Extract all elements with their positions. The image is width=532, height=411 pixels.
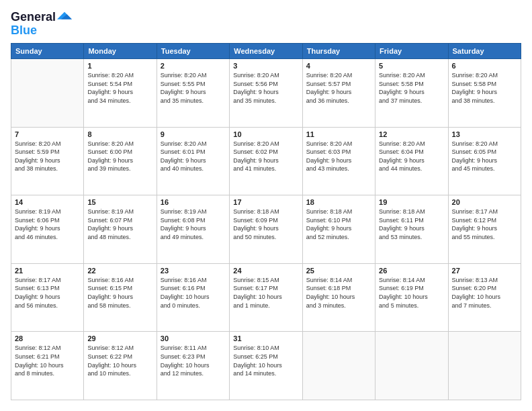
day-number: 4 — [306, 62, 371, 70]
day-cell: 29Sunrise: 8:12 AM Sunset: 6:22 PM Dayli… — [84, 332, 157, 400]
day-info: Sunrise: 8:14 AM Sunset: 6:18 PM Dayligh… — [306, 276, 371, 310]
weekday-sunday: Sunday — [11, 44, 84, 59]
day-cell: 25Sunrise: 8:14 AM Sunset: 6:18 PM Dayli… — [302, 263, 375, 332]
day-number: 10 — [233, 130, 298, 138]
day-cell: 1Sunrise: 8:20 AM Sunset: 5:54 PM Daylig… — [84, 59, 157, 128]
day-info: Sunrise: 8:10 AM Sunset: 6:25 PM Dayligh… — [233, 344, 298, 377]
day-info: Sunrise: 8:19 AM Sunset: 6:06 PM Dayligh… — [15, 208, 80, 241]
day-cell: 7Sunrise: 8:20 AM Sunset: 5:59 PM Daylig… — [11, 127, 84, 195]
day-info: Sunrise: 8:20 AM Sunset: 5:54 PM Dayligh… — [87, 71, 152, 105]
day-cell: 22Sunrise: 8:16 AM Sunset: 6:15 PM Dayli… — [84, 263, 157, 332]
day-number: 6 — [452, 62, 517, 70]
day-cell — [375, 332, 448, 400]
day-info: Sunrise: 8:20 AM Sunset: 6:04 PM Dayligh… — [379, 140, 444, 173]
day-cell: 24Sunrise: 8:15 AM Sunset: 6:17 PM Dayli… — [230, 263, 302, 332]
logo-icon — [57, 9, 72, 24]
day-info: Sunrise: 8:11 AM Sunset: 6:23 PM Dayligh… — [161, 344, 226, 377]
weekday-wednesday: Wednesday — [230, 44, 302, 59]
day-cell: 5Sunrise: 8:20 AM Sunset: 5:58 PM Daylig… — [375, 59, 448, 128]
day-info: Sunrise: 8:18 AM Sunset: 6:11 PM Dayligh… — [379, 208, 444, 241]
weekday-monday: Monday — [84, 44, 157, 59]
day-info: Sunrise: 8:20 AM Sunset: 5:57 PM Dayligh… — [306, 71, 371, 105]
day-number: 29 — [87, 334, 152, 342]
day-cell: 13Sunrise: 8:20 AM Sunset: 6:05 PM Dayli… — [448, 127, 521, 195]
day-number: 24 — [233, 267, 298, 275]
day-cell: 14Sunrise: 8:19 AM Sunset: 6:06 PM Dayli… — [11, 195, 84, 264]
day-cell: 9Sunrise: 8:20 AM Sunset: 6:01 PM Daylig… — [157, 127, 229, 195]
day-info: Sunrise: 8:16 AM Sunset: 6:16 PM Dayligh… — [161, 276, 226, 310]
day-number: 8 — [87, 130, 152, 138]
day-number: 3 — [233, 62, 298, 70]
day-info: Sunrise: 8:19 AM Sunset: 6:08 PM Dayligh… — [161, 208, 226, 241]
week-row-1: 7Sunrise: 8:20 AM Sunset: 5:59 PM Daylig… — [11, 127, 521, 195]
weekday-tuesday: Tuesday — [157, 44, 229, 59]
header: General Blue — [11, 11, 521, 36]
week-row-2: 14Sunrise: 8:19 AM Sunset: 6:06 PM Dayli… — [11, 195, 521, 264]
day-number: 11 — [306, 130, 371, 138]
logo-blue: Blue — [11, 24, 72, 36]
day-cell: 18Sunrise: 8:18 AM Sunset: 6:10 PM Dayli… — [302, 195, 375, 264]
logo-text: General — [11, 11, 56, 24]
day-info: Sunrise: 8:20 AM Sunset: 6:01 PM Dayligh… — [161, 140, 226, 173]
day-info: Sunrise: 8:12 AM Sunset: 6:22 PM Dayligh… — [87, 344, 152, 377]
day-info: Sunrise: 8:16 AM Sunset: 6:15 PM Dayligh… — [87, 276, 152, 310]
day-number: 28 — [15, 334, 80, 342]
day-info: Sunrise: 8:20 AM Sunset: 6:03 PM Dayligh… — [306, 140, 371, 173]
day-number: 12 — [379, 130, 444, 138]
day-info: Sunrise: 8:14 AM Sunset: 6:19 PM Dayligh… — [379, 276, 444, 310]
day-number: 7 — [15, 130, 80, 138]
day-number: 30 — [161, 334, 226, 342]
weekday-thursday: Thursday — [302, 44, 375, 59]
day-cell: 12Sunrise: 8:20 AM Sunset: 6:04 PM Dayli… — [375, 127, 448, 195]
day-info: Sunrise: 8:20 AM Sunset: 6:02 PM Dayligh… — [233, 140, 298, 173]
day-info: Sunrise: 8:20 AM Sunset: 6:05 PM Dayligh… — [452, 140, 517, 173]
day-info: Sunrise: 8:17 AM Sunset: 6:12 PM Dayligh… — [452, 208, 517, 241]
day-cell: 28Sunrise: 8:12 AM Sunset: 6:21 PM Dayli… — [11, 332, 84, 400]
day-cell: 31Sunrise: 8:10 AM Sunset: 6:25 PM Dayli… — [230, 332, 302, 400]
day-number: 13 — [452, 130, 517, 138]
calendar-table: SundayMondayTuesdayWednesdayThursdayFrid… — [11, 43, 521, 400]
week-row-3: 21Sunrise: 8:17 AM Sunset: 6:13 PM Dayli… — [11, 263, 521, 332]
day-info: Sunrise: 8:18 AM Sunset: 6:09 PM Dayligh… — [233, 208, 298, 241]
day-info: Sunrise: 8:20 AM Sunset: 5:56 PM Dayligh… — [233, 71, 298, 105]
day-number: 19 — [379, 198, 444, 206]
day-cell — [302, 332, 375, 400]
day-info: Sunrise: 8:12 AM Sunset: 6:21 PM Dayligh… — [15, 344, 80, 377]
day-info: Sunrise: 8:20 AM Sunset: 5:55 PM Dayligh… — [161, 71, 226, 105]
day-number: 16 — [161, 198, 226, 206]
day-number: 15 — [87, 198, 152, 206]
day-number: 25 — [306, 267, 371, 275]
day-info: Sunrise: 8:20 AM Sunset: 6:00 PM Dayligh… — [87, 140, 152, 173]
day-cell: 20Sunrise: 8:17 AM Sunset: 6:12 PM Dayli… — [448, 195, 521, 264]
day-cell: 6Sunrise: 8:20 AM Sunset: 5:58 PM Daylig… — [448, 59, 521, 128]
day-number: 5 — [379, 62, 444, 70]
week-row-4: 28Sunrise: 8:12 AM Sunset: 6:21 PM Dayli… — [11, 332, 521, 400]
day-cell: 23Sunrise: 8:16 AM Sunset: 6:16 PM Dayli… — [157, 263, 229, 332]
day-info: Sunrise: 8:19 AM Sunset: 6:07 PM Dayligh… — [87, 208, 152, 241]
day-number: 2 — [161, 62, 226, 70]
day-cell: 10Sunrise: 8:20 AM Sunset: 6:02 PM Dayli… — [230, 127, 302, 195]
day-cell: 3Sunrise: 8:20 AM Sunset: 5:56 PM Daylig… — [230, 59, 302, 128]
day-info: Sunrise: 8:18 AM Sunset: 6:10 PM Dayligh… — [306, 208, 371, 241]
day-cell: 8Sunrise: 8:20 AM Sunset: 6:00 PM Daylig… — [84, 127, 157, 195]
page: General Blue SundayMondayTuesdayWednesda… — [0, 0, 532, 411]
day-number: 17 — [233, 198, 298, 206]
day-cell: 19Sunrise: 8:18 AM Sunset: 6:11 PM Dayli… — [375, 195, 448, 264]
day-cell: 26Sunrise: 8:14 AM Sunset: 6:19 PM Dayli… — [375, 263, 448, 332]
day-number: 22 — [87, 267, 152, 275]
day-number: 1 — [87, 62, 152, 70]
day-cell: 4Sunrise: 8:20 AM Sunset: 5:57 PM Daylig… — [302, 59, 375, 128]
day-cell: 16Sunrise: 8:19 AM Sunset: 6:08 PM Dayli… — [157, 195, 229, 264]
weekday-header-row: SundayMondayTuesdayWednesdayThursdayFrid… — [11, 44, 521, 59]
day-number: 26 — [379, 267, 444, 275]
day-info: Sunrise: 8:17 AM Sunset: 6:13 PM Dayligh… — [15, 276, 80, 310]
week-row-0: 1Sunrise: 8:20 AM Sunset: 5:54 PM Daylig… — [11, 59, 521, 128]
day-cell: 15Sunrise: 8:19 AM Sunset: 6:07 PM Dayli… — [84, 195, 157, 264]
day-number: 31 — [233, 334, 298, 342]
day-cell: 21Sunrise: 8:17 AM Sunset: 6:13 PM Dayli… — [11, 263, 84, 332]
day-info: Sunrise: 8:13 AM Sunset: 6:20 PM Dayligh… — [452, 276, 517, 310]
day-number: 14 — [15, 198, 80, 206]
day-cell — [11, 59, 84, 128]
day-cell: 30Sunrise: 8:11 AM Sunset: 6:23 PM Dayli… — [157, 332, 229, 400]
day-cell — [448, 332, 521, 400]
